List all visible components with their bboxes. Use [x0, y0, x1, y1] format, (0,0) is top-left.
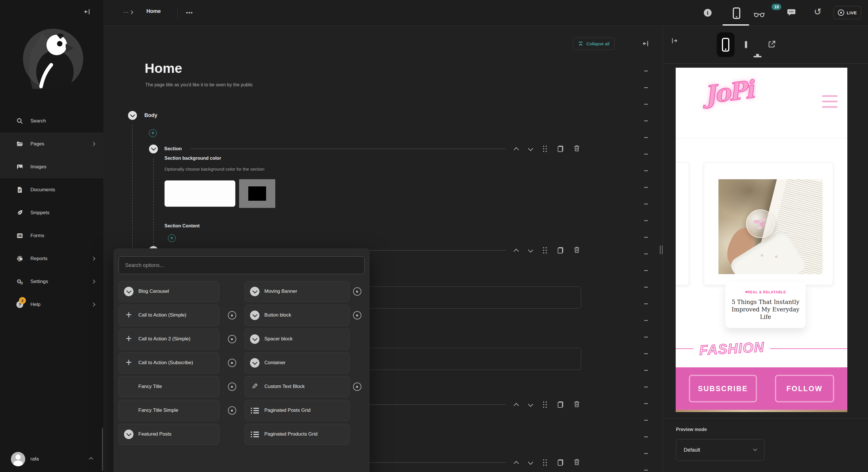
color-swatch-black [248, 187, 266, 201]
user-menu[interactable]: rafa [0, 446, 103, 472]
block-option[interactable]: Featured Posts [119, 424, 219, 445]
preview-mode-select[interactable]: Default [676, 439, 764, 461]
glasses-icon[interactable] [754, 11, 765, 19]
site-preview[interactable]: JoPi REAL & RELATABLE 5 Things That Inst… [676, 68, 847, 412]
delete-icon[interactable] [574, 246, 580, 255]
move-down-icon[interactable] [528, 146, 533, 151]
sidebar-item-search[interactable]: Search [0, 109, 103, 133]
block-option[interactable]: Fancy Title [119, 376, 219, 397]
move-down-icon[interactable] [528, 460, 533, 465]
move-up-icon[interactable] [514, 147, 519, 152]
drag-handle-icon[interactable] [543, 247, 547, 254]
chat-icon[interactable] [787, 9, 796, 18]
open-external-icon[interactable] [768, 40, 776, 49]
eye-icon[interactable] [228, 382, 236, 391]
device-phone-active[interactable] [717, 32, 735, 57]
body-field-header[interactable]: Body [128, 111, 157, 120]
expand-panel-icon[interactable] [670, 37, 678, 45]
duplicate-icon[interactable] [558, 401, 563, 408]
close-picker-button[interactable] [168, 234, 176, 242]
collapse-panel-icon[interactable] [642, 40, 650, 48]
bg-color-label: Section background color [164, 156, 221, 161]
chevron-right-icon [91, 142, 95, 146]
panel-resize-handle[interactable] [660, 245, 662, 254]
block-option[interactable]: Moving Banner [245, 281, 350, 302]
sidebar-item-documents[interactable]: Documents [0, 178, 103, 201]
carousel-card[interactable] [704, 162, 833, 285]
follow-button[interactable]: FOLLOW [775, 375, 834, 402]
move-up-icon[interactable] [514, 461, 519, 466]
move-up-icon[interactable] [514, 403, 519, 408]
sidebar-item-forms[interactable]: Forms [0, 224, 103, 247]
duplicate-icon[interactable] [558, 146, 563, 152]
duplicate-icon[interactable] [558, 460, 563, 466]
live-button[interactable]: LIVE [834, 6, 861, 19]
sidebar-item-pages[interactable]: Pages [0, 133, 103, 156]
block-option[interactable]: Blog Carousel [119, 281, 219, 302]
site-logo[interactable] [23, 29, 83, 89]
subscribe-button[interactable]: SUBSCRIBE [689, 375, 757, 402]
chevron-down-icon [753, 447, 757, 451]
mobile-preview-icon[interactable] [733, 7, 740, 20]
search-input[interactable] [119, 256, 365, 274]
sidebar-item-help[interactable]: ? 2 Help [0, 293, 103, 316]
delete-icon[interactable] [574, 401, 580, 409]
history-icon[interactable]: ↺ [814, 6, 822, 17]
sidebar-item-images[interactable]: Images [0, 156, 103, 178]
block-option[interactable]: Call to Action 2 (Simple) [119, 329, 219, 349]
color-swatch-white[interactable] [164, 180, 236, 207]
move-up-icon[interactable] [514, 248, 519, 254]
color-swatch-selected[interactable] [239, 179, 275, 208]
info-icon[interactable] [704, 9, 712, 16]
drag-handle-icon[interactable] [543, 401, 547, 408]
collapse-chevron-icon[interactable] [149, 144, 158, 154]
add-block-button[interactable] [149, 129, 157, 137]
hamburger-menu-icon[interactable] [822, 95, 838, 108]
block-option[interactable]: Spacer block [245, 329, 350, 349]
block-option[interactable]: Custom Text Block [245, 376, 350, 397]
delete-icon[interactable] [574, 145, 580, 153]
block-option[interactable]: Paginated Posts Grid [245, 400, 350, 421]
sidebar-item-snippets[interactable]: Snippets [0, 201, 103, 224]
collapse-chevron-icon[interactable] [128, 111, 137, 120]
tab-home[interactable]: Home [146, 8, 161, 14]
phone-icon [722, 38, 730, 52]
post-caption-card[interactable]: REAL & RELATABLE 5 Things That Instantly… [725, 282, 806, 328]
carousel-card-partial [676, 162, 689, 285]
drag-handle-icon[interactable] [543, 145, 547, 152]
more-options-icon[interactable]: ••• [186, 10, 193, 16]
chevron-right-icon [91, 303, 95, 307]
block-option[interactable]: Container [245, 352, 350, 373]
block-option[interactable]: Fancy Title Simple [119, 400, 219, 421]
block-option[interactable]: Call to Action (Subscribe) [119, 352, 219, 373]
option-icon [124, 406, 133, 415]
block-option[interactable]: Call to Action (Simple) [119, 305, 219, 326]
delete-icon[interactable] [574, 459, 580, 467]
drag-handle-icon[interactable] [543, 459, 547, 466]
notifications-badge: 19 [772, 4, 781, 10]
eye-icon[interactable] [228, 406, 236, 415]
site-logo-text[interactable]: JoPi [703, 75, 754, 109]
eye-icon[interactable] [228, 359, 236, 367]
collapse-sidebar-icon[interactable] [84, 8, 91, 16]
sidebar-scrollbar[interactable] [102, 428, 103, 471]
eye-icon[interactable] [228, 311, 236, 319]
eye-icon[interactable] [353, 287, 361, 296]
block-option[interactable]: Button block [245, 305, 350, 326]
eye-icon[interactable] [228, 335, 236, 343]
eye-icon[interactable] [353, 382, 361, 391]
device-tablet[interactable] [745, 42, 747, 47]
option-icon [250, 287, 259, 296]
sidebar-item-reports[interactable]: Reports [0, 247, 103, 270]
collapse-all-button[interactable]: Collapse all [573, 38, 615, 50]
move-down-icon[interactable] [528, 247, 533, 252]
breadcrumb-icon[interactable]: ⋯ [123, 9, 133, 15]
sidebar-item-settings[interactable]: ⚙⚙ Settings [0, 270, 103, 293]
eye-icon[interactable] [353, 311, 361, 319]
sidebar-item-label: Search [30, 118, 46, 124]
block-option[interactable]: Paginated Products Grid [245, 424, 350, 445]
move-down-icon[interactable] [528, 401, 533, 407]
option-icon [124, 287, 133, 296]
petal-glass [746, 209, 775, 238]
duplicate-icon[interactable] [558, 247, 563, 254]
